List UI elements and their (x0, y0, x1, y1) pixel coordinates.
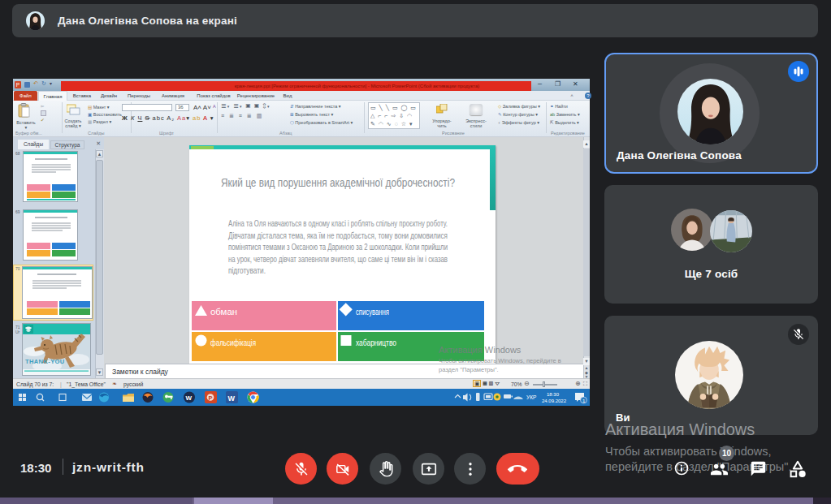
svg-text:THANK-YOU: THANK-YOU (25, 358, 65, 365)
svg-text:P: P (209, 394, 213, 402)
svg-text:24.09.2022: 24.09.2022 (542, 398, 567, 403)
svg-text:Який це вид порушення академіч: Який це вид порушення академічної доброч… (221, 175, 455, 189)
svg-text:списування: списування (356, 307, 389, 317)
svg-text:Дівчатам дісталася тема, як: Дівчатам дісталася тема, яка їм не подоб… (228, 230, 448, 240)
svg-text:на урок, четверо дівчат запевн: на урок, четверо дівчат запевняли вчител… (228, 254, 448, 264)
svg-text:обман: обман (210, 307, 237, 317)
svg-text:УКР: УКР (526, 394, 536, 400)
svg-text:Аліна та Оля навчаються в одно: Аліна та Оля навчаються в одному класі і… (228, 218, 448, 228)
svg-text:W: W (228, 394, 236, 403)
svg-text:підготувати.: підготувати. (228, 265, 266, 275)
svg-text:W: W (186, 394, 193, 402)
svg-text:18:30: 18:30 (547, 392, 560, 397)
svg-text:хабарництво: хабарництво (356, 338, 396, 347)
svg-text:фальсифікація: фальсифікація (210, 338, 256, 347)
svg-text:помінятися темами з Оксаною та: помінятися темами з Оксаною та Дариною з… (228, 242, 448, 252)
